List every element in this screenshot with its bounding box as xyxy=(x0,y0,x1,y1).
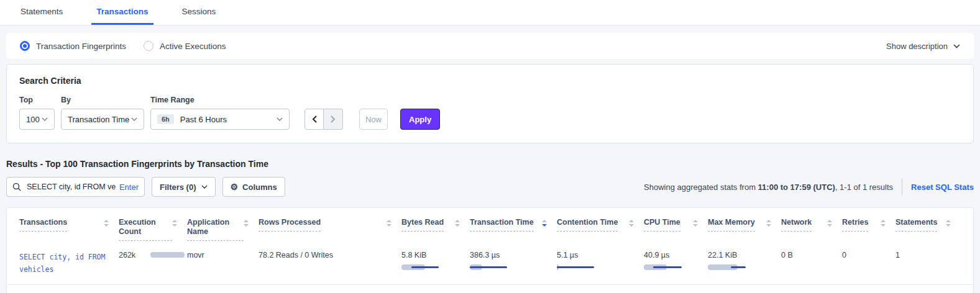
filters-button[interactable]: Filters (0) xyxy=(152,177,216,197)
time-range-label: Time Range xyxy=(150,96,290,104)
column-header-rows-processed[interactable]: Rows Processed xyxy=(259,218,401,241)
cell-network: 0 B xyxy=(781,247,842,276)
tab-transactions[interactable]: Transactions xyxy=(91,0,153,25)
chevron-down-icon xyxy=(953,44,960,48)
tab-statements[interactable]: Statements xyxy=(16,0,68,25)
sort-icon[interactable] xyxy=(881,220,886,227)
tab-sessions[interactable]: Sessions xyxy=(177,0,221,25)
cell-statements: 1 xyxy=(895,247,961,276)
cell-transaction-time: 386.3 µs xyxy=(470,247,557,276)
column-header-transaction-time[interactable]: Transaction Time xyxy=(470,218,557,241)
by-select[interactable]: Transaction Time xyxy=(61,109,144,130)
cell-max-memory: 22.1 KiB xyxy=(708,247,781,276)
radio-transaction-fingerprints[interactable]: Transaction Fingerprints xyxy=(20,41,126,51)
time-range-value: Past 6 Hours xyxy=(180,115,227,124)
time-range-badge: 6h xyxy=(157,114,174,124)
by-label: By xyxy=(61,96,144,104)
radio-button-icon[interactable] xyxy=(20,41,30,51)
chevron-right-icon xyxy=(331,115,336,123)
results-heading: Results - Top 100 Transaction Fingerprin… xyxy=(6,159,974,169)
prev-time-range-button[interactable] xyxy=(305,109,324,130)
cpu-time-bar xyxy=(644,264,698,271)
show-description-toggle[interactable]: Show description xyxy=(886,42,960,51)
sort-icon[interactable] xyxy=(542,220,547,227)
sort-icon[interactable] xyxy=(693,220,698,227)
radio-label: Active Executions xyxy=(160,42,226,51)
enter-hint: Enter xyxy=(119,183,139,192)
cell-contention-time: 5.1 µs xyxy=(557,247,644,276)
aggregated-stats-text: Showing aggregated stats from 11:00 to 1… xyxy=(644,183,893,192)
sort-icon[interactable] xyxy=(172,220,177,227)
results-controls-row: Enter Filters (0) ⚙ Columns Showing aggr… xyxy=(6,177,974,197)
chevron-down-icon xyxy=(42,117,48,121)
time-range-select[interactable]: 6h Past 6 Hours xyxy=(150,109,290,130)
column-header-application-name[interactable]: Application Name xyxy=(187,218,259,241)
search-icon xyxy=(12,183,21,191)
contention-time-bar xyxy=(557,264,634,271)
cell-execution-count: 262k xyxy=(119,247,187,276)
top-select[interactable]: 100 xyxy=(19,109,55,130)
reset-sql-stats-link[interactable]: Reset SQL Stats xyxy=(911,183,974,192)
stats-time-range: 11:00 to 17:59 (UTC) xyxy=(758,183,835,192)
chevron-down-icon xyxy=(131,117,137,121)
top-value: 100 xyxy=(26,115,40,124)
columns-label: Columns xyxy=(242,183,277,192)
cell-retries: 0 xyxy=(842,247,895,276)
columns-button[interactable]: ⚙ Columns xyxy=(222,177,285,197)
search-box[interactable]: Enter xyxy=(6,177,145,197)
top-field: Top 100 xyxy=(19,96,55,130)
filters-label: Filters (0) xyxy=(160,183,196,192)
transaction-fingerprint-link[interactable]: SELECT city, id FROM vehicles xyxy=(19,251,109,276)
max-memory-bar xyxy=(708,264,771,271)
table-row: SELECT city, id FROM vehicles 262k movr … xyxy=(7,242,973,285)
column-header-retries[interactable]: Retries xyxy=(842,218,895,241)
by-value: Transaction Time xyxy=(68,115,129,124)
sort-icon[interactable] xyxy=(629,220,634,227)
column-header-contention-time[interactable]: Contention Time xyxy=(557,218,644,241)
column-header-network[interactable]: Network xyxy=(781,218,842,241)
radio-active-executions[interactable]: Active Executions xyxy=(144,41,226,51)
sort-icon[interactable] xyxy=(946,220,951,227)
sort-icon[interactable] xyxy=(244,220,249,227)
transactions-table: Transactions Execution Count Application… xyxy=(6,207,974,293)
column-header-statements[interactable]: Statements xyxy=(895,218,961,241)
column-header-transactions[interactable]: Transactions xyxy=(19,218,119,241)
chevron-left-icon xyxy=(312,115,317,123)
vertical-divider xyxy=(902,178,902,196)
sort-icon[interactable] xyxy=(766,220,771,227)
cell-bytes-read: 5.8 KiB xyxy=(401,247,470,276)
chevron-down-icon xyxy=(201,185,208,189)
sort-icon[interactable] xyxy=(387,220,392,227)
apply-button[interactable]: Apply xyxy=(400,109,440,130)
transactions-page: Statements Transactions Sessions Transac… xyxy=(0,0,980,293)
next-time-range-button[interactable] xyxy=(324,109,343,130)
column-header-cpu-time[interactable]: CPU Time xyxy=(644,218,708,241)
transaction-time-bar xyxy=(470,264,547,271)
cell-rows-processed: 78.2 Reads / 0 Writes xyxy=(259,247,401,276)
sort-icon[interactable] xyxy=(104,220,109,227)
search-input[interactable] xyxy=(25,182,117,192)
by-field: By Transaction Time xyxy=(61,96,144,130)
tab-bar: Statements Transactions Sessions xyxy=(0,0,980,25)
sort-icon[interactable] xyxy=(455,220,460,227)
radio-button-icon[interactable] xyxy=(144,41,153,51)
time-range-field: Time Range 6h Past 6 Hours xyxy=(150,96,290,130)
radio-label: Transaction Fingerprints xyxy=(36,42,126,51)
top-label: Top xyxy=(19,96,55,104)
view-toggle-card: Transaction Fingerprints Active Executio… xyxy=(6,33,974,59)
now-button[interactable]: Now xyxy=(359,109,388,130)
column-header-execution-count[interactable]: Execution Count xyxy=(119,218,187,241)
search-criteria-title: Search Criteria xyxy=(19,76,961,86)
bytes-read-bar xyxy=(401,264,460,271)
sort-icon[interactable] xyxy=(827,220,832,227)
column-header-max-memory[interactable]: Max Memory xyxy=(708,218,781,241)
table-header-row: Transactions Execution Count Application… xyxy=(7,208,973,242)
search-criteria-card: Search Criteria Top 100 By Transaction T… xyxy=(6,64,974,143)
cell-transactions: SELECT city, id FROM vehicles xyxy=(19,247,119,276)
cell-cpu-time: 40.9 µs xyxy=(644,247,708,276)
gear-icon: ⚙ xyxy=(231,183,239,191)
time-range-pager xyxy=(305,109,343,130)
cell-application-name: movr xyxy=(187,247,259,276)
column-header-bytes-read[interactable]: Bytes Read xyxy=(401,218,470,241)
chevron-down-icon xyxy=(277,117,283,121)
